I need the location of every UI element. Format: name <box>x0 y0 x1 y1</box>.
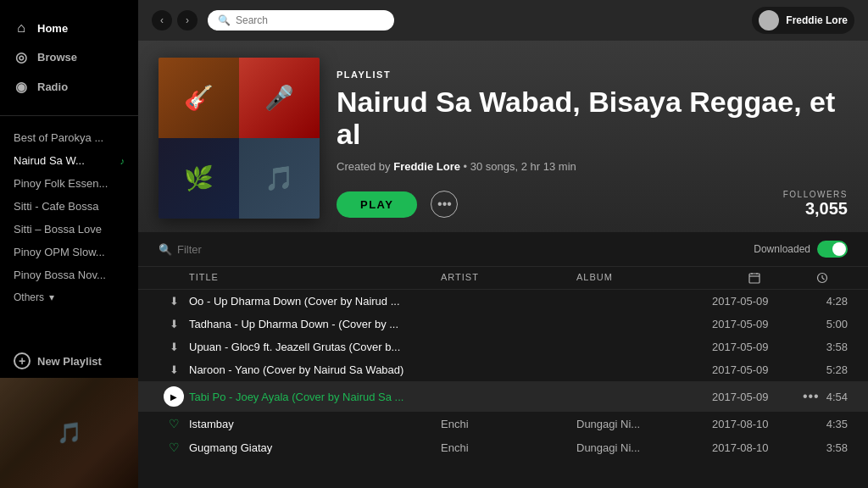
more-options-icon[interactable]: ••• <box>803 389 820 404</box>
downloaded-toggle: Downloaded <box>754 241 848 258</box>
playlist-meta: Created by Freddie Lore • 30 songs, 2 hr… <box>337 160 848 173</box>
heart-icon[interactable]: ♡ <box>169 441 180 454</box>
track-date: 2017-05-09 <box>712 391 797 403</box>
main-content: ‹ › 🔍 Freddie Lore 🎸 🎤 🌿 🎵 PLAYLIST Nair… <box>138 0 868 488</box>
track-duration: 4:35 <box>797 418 848 430</box>
track-date: 2017-05-09 <box>712 341 797 353</box>
track-duration: 5:00 <box>797 318 848 330</box>
sidebar-album-art: 🎵 <box>0 378 138 488</box>
table-row[interactable]: ♡ Gugmang Giatay Enchi Dungagi Ni... 201… <box>138 435 868 459</box>
sidebar: ⌂ Home ◎ Browse ◉ Radio Best of Parokya … <box>0 0 138 488</box>
download-icon: ⬇ <box>170 363 179 376</box>
chevron-down-icon: ▾ <box>49 291 54 303</box>
heart-icon[interactable]: ♡ <box>169 417 180 430</box>
filter-input[interactable] <box>177 243 320 256</box>
track-date: 2017-05-09 <box>712 295 797 308</box>
others-section-header[interactable]: Others ▾ <box>0 286 138 308</box>
art-cell-1: 🎸 <box>159 58 239 138</box>
svg-rect-0 <box>749 274 760 283</box>
user-profile[interactable]: Freddie Lore <box>752 7 854 34</box>
track-number: ▶ <box>159 386 189 407</box>
art-cell-2: 🎤 <box>239 58 320 138</box>
sidebar-item-pinoy-bossa[interactable]: Pinoy Bossa Nov... <box>0 263 138 286</box>
hero-info: PLAYLIST Nairud Sa Wabad, Bisaya Reggae,… <box>337 69 848 219</box>
songs-count: 30 songs <box>470 160 515 173</box>
col-duration <box>797 272 848 284</box>
creator-name: Freddie Lore <box>393 160 460 173</box>
track-title: Gugmang Giatay <box>189 441 441 454</box>
track-number: ⬇ <box>159 318 189 330</box>
sidebar-nav-label: Home <box>37 22 68 35</box>
followers-count: 3,055 <box>783 199 848 219</box>
track-album: Dungagi Ni... <box>576 441 712 454</box>
track-number: ♡ <box>159 417 189 430</box>
download-icon: ⬇ <box>170 341 179 353</box>
sidebar-item-pinoy-opm[interactable]: Pinoy OPM Slow... <box>0 241 138 263</box>
play-button[interactable]: PLAY <box>337 191 417 218</box>
sidebar-item-browse[interactable]: ◎ Browse <box>0 42 138 72</box>
svg-line-6 <box>822 278 825 280</box>
track-title: Tabi Po - Joey Ayala (Cover by Nairud Sa… <box>189 391 441 403</box>
track-list-section: 🔍 Downloaded TITLE ARTIST ALBUM <box>138 232 868 488</box>
sidebar-item-best-of-parokya[interactable]: Best of Parokya ... <box>0 126 138 149</box>
back-button[interactable]: ‹ <box>152 10 172 30</box>
followers-info: FOLLOWERS 3,055 <box>783 190 848 219</box>
track-artist: Enchi <box>441 441 576 454</box>
filter-input-container[interactable]: 🔍 <box>159 243 320 256</box>
filter-search-icon: 🔍 <box>159 243 172 256</box>
track-artist: Enchi <box>441 418 576 430</box>
sidebar-playlist-list: Best of Parokya ... Nairud Sa W... ♪ Pin… <box>0 123 138 344</box>
col-artist: ARTIST <box>441 272 576 284</box>
downloaded-label: Downloaded <box>754 243 810 255</box>
search-input[interactable] <box>236 14 384 26</box>
sidebar-item-radio[interactable]: ◉ Radio <box>0 72 138 102</box>
track-date: 2017-08-10 <box>712 441 797 454</box>
sidebar-nav: ⌂ Home ◎ Browse ◉ Radio <box>0 0 138 108</box>
sidebar-art-image: 🎵 <box>0 378 138 488</box>
track-number: ⬇ <box>159 363 189 376</box>
track-number: ⬇ <box>159 341 189 353</box>
table-row[interactable]: ⬇ Upuan - Gloc9 ft. Jeazell Grutas (Cove… <box>138 336 868 358</box>
table-row[interactable]: ♡ Istambay Enchi Dungagi Ni... 2017-08-1… <box>138 412 868 435</box>
top-bar: ‹ › 🔍 Freddie Lore <box>138 0 868 41</box>
playlist-title: Nairud Sa Wabad, Bisaya Reggae, et al <box>337 86 848 150</box>
track-title: Naroon - Yano (Cover by Nairud Sa Wabad) <box>189 363 441 376</box>
col-number <box>159 272 189 284</box>
table-row[interactable]: ⬇ Oo - Up Dharma Down (Cover by Nairud .… <box>138 290 868 313</box>
home-icon: ⌂ <box>14 20 29 36</box>
sidebar-item-home[interactable]: ⌂ Home <box>0 14 138 42</box>
table-row[interactable]: ⬇ Naroon - Yano (Cover by Nairud Sa Waba… <box>138 358 868 381</box>
duration: 2 hr 13 min <box>521 160 576 173</box>
table-row[interactable]: ▶ Tabi Po - Joey Ayala (Cover by Nairud … <box>138 381 868 412</box>
track-title: Tadhana - Up Dharma Down - (Cover by ... <box>189 318 441 330</box>
search-icon: 🔍 <box>218 14 231 26</box>
avatar <box>759 10 779 30</box>
sidebar-nav-label: Radio <box>37 80 68 93</box>
playlist-art: 🎸 🎤 🌿 🎵 <box>159 58 320 219</box>
track-table-header: TITLE ARTIST ALBUM <box>138 267 868 290</box>
search-bar[interactable]: 🔍 <box>208 10 394 30</box>
followers-label: FOLLOWERS <box>783 190 848 199</box>
track-duration: 3:58 <box>797 441 848 454</box>
play-circle-icon: ▶ <box>164 386 184 407</box>
sidebar-item-pinoy-folk[interactable]: Pinoy Folk Essen... <box>0 172 138 195</box>
new-playlist-button[interactable]: + New Playlist <box>0 344 138 378</box>
track-title: Upuan - Gloc9 ft. Jeazell Grutas (Cover … <box>189 341 441 353</box>
forward-button[interactable]: › <box>177 10 198 30</box>
others-label: Others <box>14 291 44 303</box>
sidebar-item-sitti-cafe[interactable]: Sitti - Cafe Bossa <box>0 195 138 218</box>
downloaded-toggle-switch[interactable] <box>817 241 848 258</box>
sidebar-divider <box>0 115 138 116</box>
track-date: 2017-05-09 <box>712 318 797 330</box>
more-options-button[interactable]: ••• <box>431 191 458 218</box>
sidebar-item-nairud-sa-w[interactable]: Nairud Sa W... ♪ <box>0 149 138 172</box>
table-row[interactable]: ⬇ Tadhana - Up Dharma Down - (Cover by .… <box>138 313 868 336</box>
duration-value: 4:54 <box>826 391 848 403</box>
track-title: Istambay <box>189 418 441 430</box>
plus-circle-icon: + <box>14 352 31 369</box>
track-duration: 5:28 <box>797 363 848 376</box>
filter-bar: 🔍 Downloaded <box>138 232 868 267</box>
playing-indicator-icon: ♪ <box>120 156 125 166</box>
art-cell-4: 🎵 <box>239 138 320 219</box>
sidebar-item-sitti-bossa[interactable]: Sitti – Bossa Love <box>0 218 138 241</box>
